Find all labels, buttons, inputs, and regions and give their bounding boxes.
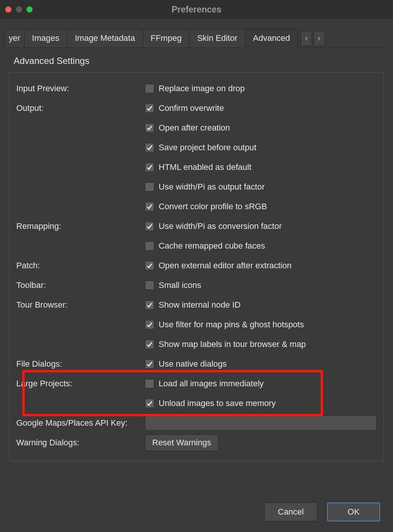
option-convert-srgb[interactable]: Convert color profile to sRGB [159,202,267,212]
checkbox-filter-map-pins[interactable] [145,320,154,329]
option-small-icons[interactable]: Small icons [159,280,201,290]
ok-button[interactable]: OK [327,502,380,521]
tab-images[interactable]: Images [24,29,67,48]
close-icon[interactable] [5,6,11,12]
label-tour-browser: Tour Browser: [16,300,145,310]
checkbox-confirm-overwrite[interactable] [145,104,154,113]
option-confirm-overwrite[interactable]: Confirm overwrite [159,103,224,113]
option-save-before-output[interactable]: Save project before output [159,143,256,152]
tab-scroll-right-button[interactable] [313,31,325,46]
checkbox-unload-images[interactable] [145,399,154,408]
minimize-icon [16,6,22,12]
label-output: Output: [16,103,145,113]
advanced-settings-group: Input Preview: Replace image on drop Out… [9,72,384,461]
tab-label: FFmpeg [151,33,182,43]
tab-strip: yer Images Image Metadata FFmpeg Skin Ed… [0,19,393,48]
label-patch: Patch: [16,261,145,271]
option-filter-map-pins[interactable]: Use filter for map pins & ghost hotspots [159,320,304,330]
checkbox-cache-cube-faces[interactable] [145,241,154,250]
label-file-dialogs: File Dialogs: [16,359,145,369]
cancel-button[interactable]: Cancel [264,502,317,521]
reset-warnings-button[interactable]: Reset Warnings [145,434,218,451]
option-width-pi-output[interactable]: Use width/Pi as output factor [159,182,265,192]
tab-fragment[interactable]: yer [5,29,25,48]
window-title: Preferences [0,5,393,15]
tab-skin-editor[interactable]: Skin Editor [189,29,245,48]
option-show-map-labels[interactable]: Show map labels in tour browser & map [159,339,306,349]
option-open-external-editor[interactable]: Open external editor after extraction [159,261,292,271]
tab-image-metadata[interactable]: Image Metadata [67,29,143,48]
label-toolbar: Toolbar: [16,280,145,290]
checkbox-width-pi-output[interactable] [145,182,154,191]
tab-label: yer [9,33,20,43]
tab-label: Images [32,33,59,43]
checkbox-load-all-images[interactable] [145,379,154,388]
tab-label: Image Metadata [75,33,135,43]
label-large-projects: Large Projects: [16,379,145,389]
option-unload-images[interactable]: Unload images to save memory [159,398,276,408]
option-html-default[interactable]: HTML enabled as default [159,162,251,172]
checkbox-width-pi-conversion[interactable] [145,222,154,231]
api-key-input[interactable] [145,415,377,431]
checkbox-replace-image[interactable] [145,84,154,93]
window-controls [5,6,33,12]
label-api-key: Google Maps/Places API Key: [16,418,145,428]
checkbox-show-map-labels[interactable] [145,340,154,349]
tab-ffmpeg[interactable]: FFmpeg [143,29,190,48]
tab-label: Skin Editor [197,33,237,43]
checkbox-small-icons[interactable] [145,281,154,290]
tab-label: Advanced [253,33,290,43]
checkbox-save-before-output[interactable] [145,143,154,152]
checkbox-native-dialogs[interactable] [145,359,154,369]
label-input-preview: Input Preview: [16,84,145,93]
checkbox-convert-srgb[interactable] [145,202,154,211]
section-title: Advanced Settings [9,53,384,72]
label-warning-dialogs: Warning Dialogs: [16,438,145,448]
label-remapping: Remapping: [16,221,145,231]
option-load-all-images[interactable]: Load all images immediately [159,379,264,389]
option-replace-image[interactable]: Replace image on drop [159,84,245,93]
checkbox-html-default[interactable] [145,163,154,172]
checkbox-show-node-id[interactable] [145,300,154,310]
option-native-dialogs[interactable]: Use native dialogs [159,359,227,369]
option-show-node-id[interactable]: Show internal node ID [159,300,240,310]
option-width-pi-conversion[interactable]: Use width/Pi as conversion factor [159,221,282,231]
titlebar: Preferences [0,0,393,19]
checkbox-open-after-creation[interactable] [145,123,154,132]
option-cache-cube-faces[interactable]: Cache remapped cube faces [159,241,265,251]
zoom-icon[interactable] [27,6,33,12]
checkbox-open-external-editor[interactable] [145,261,154,270]
content-area: Advanced Settings Input Preview: Replace… [0,48,393,461]
tab-advanced[interactable]: Advanced [245,29,298,48]
tab-scroll-left-button[interactable] [301,31,312,46]
dialog-footer: Cancel OK [264,502,380,521]
option-open-after-creation[interactable]: Open after creation [159,123,230,133]
